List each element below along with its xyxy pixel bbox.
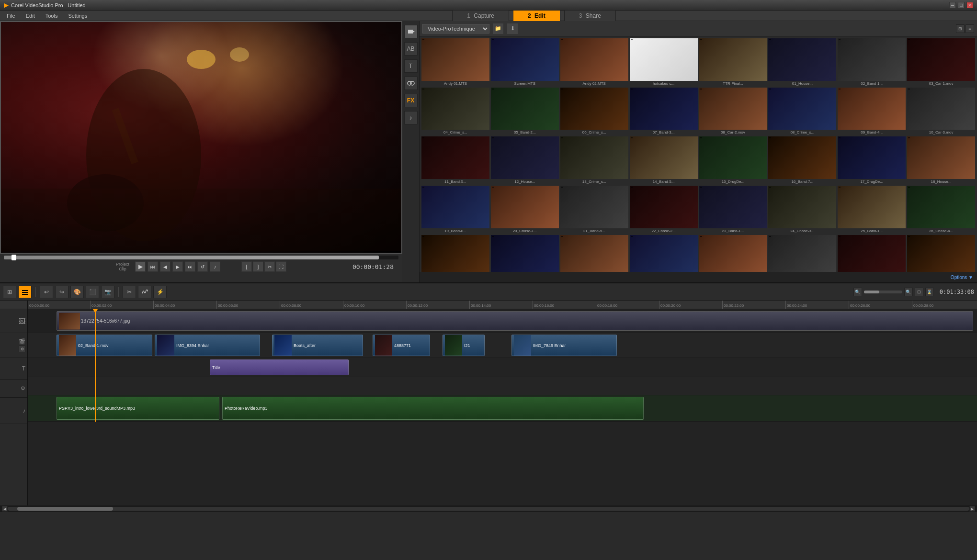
split-button[interactable]: ✂ — [264, 261, 275, 272]
thumb-item-t14[interactable]: 08_Crime_s... — [768, 88, 836, 135]
thumb-item-t36[interactable]: 30_CopInB... — [630, 235, 698, 272]
thumb-item-t17[interactable]: 11_Band-5... — [421, 136, 489, 184]
media-btn-transitions[interactable] — [404, 77, 418, 90]
video-clip-1[interactable]: 02_Band-1.mov — [57, 335, 152, 356]
thumb-item-t27[interactable]: 21_Band-9... — [560, 186, 628, 234]
play-button[interactable]: ▶ — [135, 261, 146, 272]
thumb-item-t32[interactable]: 26_Chase-4... — [907, 186, 975, 234]
preview-progress-bar[interactable] — [4, 256, 398, 259]
options-label[interactable]: Options ▼ — [951, 275, 973, 280]
thumb-item-t12[interactable]: 07_Band-3... — [630, 88, 698, 135]
video-clip-3[interactable]: Boats_after — [272, 335, 363, 356]
thumb-item-t23[interactable]: 17_DrugDe... — [838, 136, 906, 184]
tl-btn-storyboard[interactable]: ⊞ — [3, 286, 16, 298]
thumb-item-t04[interactable]: hotcakes-c... — [630, 38, 698, 86]
thumb-item-t11[interactable]: 06_Crime_s... — [560, 88, 628, 135]
title-clip-1[interactable]: Title — [210, 359, 349, 375]
tl-btn-trim[interactable]: ✂ — [123, 286, 136, 298]
tl-btn-audio-mix[interactable] — [138, 286, 151, 298]
thumb-item-t13[interactable]: 08_Car-2.mov — [699, 88, 767, 135]
thumb-item-t06[interactable]: 01_House... — [768, 38, 836, 86]
media-import-btn[interactable]: ⬇ — [507, 23, 518, 34]
fullscreen-button[interactable]: ⛶ — [276, 261, 286, 272]
media-btn-titles[interactable]: T — [404, 59, 418, 73]
track-video-settings[interactable]: ⚙ — [19, 346, 25, 352]
thumb-item-t31[interactable]: 25_Band-1... — [838, 186, 906, 234]
thumb-item-t16[interactable]: 10_Car-3.mov — [907, 88, 975, 135]
tl-btn-speed[interactable]: ⚡ — [153, 286, 167, 298]
thumb-item-t24[interactable]: 18_House... — [907, 136, 975, 184]
thumb-item-t01[interactable]: Andy 01.MTS — [421, 38, 489, 86]
timeline-tracks[interactable]: 00:00:00:00 00:00:02:00 00:00:04:00 00:0… — [28, 301, 977, 505]
tab-capture[interactable]: 1 Capture — [452, 10, 509, 22]
thumb-item-t15[interactable]: 09_Band-4... — [838, 88, 906, 135]
zoom-out-btn[interactable]: 🔍 — [853, 288, 862, 296]
media-btn-audio[interactable]: AB — [404, 42, 418, 56]
prev-frame-button[interactable]: ◀ — [160, 261, 170, 272]
bg-clip[interactable]: 13722754-516x677.jpg — [57, 311, 973, 331]
thumb-item-t37[interactable]: 31_Band-1... — [699, 235, 767, 272]
thumb-item-t22[interactable]: 16_Band-7... — [768, 136, 836, 184]
audio-clip-1[interactable]: PSPX3_intro_lower3rd_soundMP3.mp3 — [57, 397, 219, 420]
tl-btn-color[interactable]: 🎨 — [70, 286, 84, 298]
thumb-item-t38[interactable]: 32_CopInB... — [768, 235, 836, 272]
scroll-track[interactable] — [8, 507, 969, 511]
media-thumbnail-view-btn[interactable]: ⊞ — [956, 24, 965, 33]
close-button[interactable]: ✕ — [966, 2, 973, 9]
menu-settings[interactable]: Settings — [63, 12, 92, 20]
maximize-button[interactable]: □ — [958, 2, 965, 9]
thumb-item-t28[interactable]: 22_Chase-2... — [630, 186, 698, 234]
tab-edit[interactable]: 2 Edit — [513, 10, 560, 22]
tl-btn-timeline[interactable] — [18, 286, 32, 298]
thumb-item-t26[interactable]: 20_Chase-1... — [491, 186, 559, 234]
mark-out-button[interactable]: ] — [253, 261, 263, 272]
tl-btn-redo[interactable]: ↪ — [55, 286, 68, 298]
zoom-in-btn[interactable]: 🔍 — [904, 288, 913, 296]
media-folder-btn[interactable]: 📁 — [492, 23, 504, 34]
thumb-item-t25[interactable]: 19_Band-8... — [421, 186, 489, 234]
thumb-item-t33[interactable]: 27_Band-1... — [421, 235, 489, 272]
media-btn-music[interactable]: ♪ — [404, 111, 418, 124]
tl-btn-snapshot[interactable]: 📷 — [101, 286, 114, 298]
playhead[interactable] — [95, 309, 96, 422]
to-start-button[interactable]: ⏮ — [148, 261, 158, 272]
video-clip-2[interactable]: IMG_8394 Enhar — [155, 335, 260, 356]
thumb-item-t35[interactable]: 29_Band-1... — [560, 235, 628, 272]
scroll-left-btn[interactable]: ◀ — [2, 506, 8, 512]
tl-btn-show-all[interactable]: ⊡ — [915, 288, 923, 296]
audio-clip-2[interactable]: PhotoReRaVideo.mp3 — [222, 397, 644, 420]
thumb-item-t02[interactable]: Screen.MTS — [491, 38, 559, 86]
scroll-right-btn[interactable]: ▶ — [969, 506, 975, 512]
thumb-item-t20[interactable]: 14_Band-5... — [630, 136, 698, 184]
thumb-item-t10[interactable]: 05_Band-2... — [491, 88, 559, 135]
tl-btn-ripple[interactable]: ⌛ — [925, 288, 934, 296]
video-clip-6[interactable]: IMG_7849 Enhar — [511, 335, 617, 356]
next-frame-button[interactable]: ▶ — [172, 261, 183, 272]
tl-btn-undo[interactable]: ↩ — [40, 286, 53, 298]
thumb-item-t34[interactable]: 28_Chase-5... — [491, 235, 559, 272]
thumb-item-t30[interactable]: 24_Chase-3... — [768, 186, 836, 234]
media-btn-fx[interactable]: FX — [404, 94, 418, 107]
menu-file[interactable]: File — [2, 12, 20, 20]
thumb-item-t03[interactable]: Andy 02.MTS — [560, 38, 628, 86]
progress-handle[interactable] — [11, 255, 16, 260]
thumb-item-t08[interactable]: 03_Car-1.mov — [907, 38, 975, 86]
repeat-button[interactable]: ↺ — [197, 261, 208, 272]
media-library-dropdown[interactable]: Video-ProTechnique — [422, 24, 489, 34]
zoom-slider[interactable] — [864, 291, 902, 293]
volume-button[interactable]: ♪ — [210, 261, 220, 272]
minimize-button[interactable]: ─ — [949, 2, 956, 9]
thumb-item-t39[interactable]: 34_Cop_Gu... — [838, 235, 906, 272]
video-clip-4[interactable]: 4888771 — [373, 335, 430, 356]
video-clip-5[interactable]: I21 — [443, 335, 485, 356]
tab-share[interactable]: 3 Share — [564, 10, 616, 22]
thumb-item-t18[interactable]: 12_House... — [491, 136, 559, 184]
menu-edit[interactable]: Edit — [21, 12, 40, 20]
media-list-view-btn[interactable]: ≡ — [966, 24, 974, 33]
thumb-item-t40[interactable]: 35_Band-1... — [907, 235, 975, 272]
thumb-item-t19[interactable]: 13_Crime_s... — [560, 136, 628, 184]
thumb-item-t09[interactable]: 04_Crime_s... — [421, 88, 489, 135]
thumb-item-t07[interactable]: 02_Band-1... — [838, 38, 906, 86]
thumb-item-t05[interactable]: TTR-Final... — [699, 38, 767, 86]
scroll-thumb[interactable] — [17, 507, 113, 511]
